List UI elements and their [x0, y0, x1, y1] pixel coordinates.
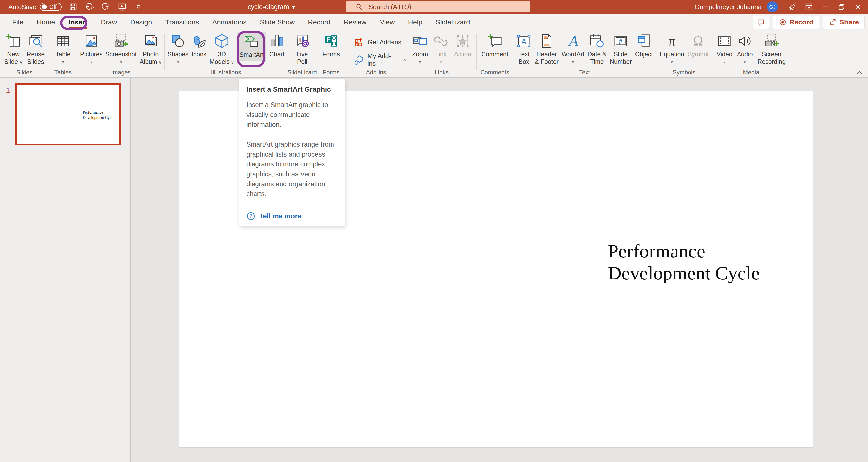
screen-recording-label: Screen Recording	[757, 51, 785, 65]
redo-button[interactable]	[101, 2, 111, 12]
live-poll-button[interactable]: Live Poll	[294, 32, 310, 65]
share-button[interactable]: Share	[823, 15, 865, 29]
tab-insert-label: Insert	[69, 18, 87, 26]
save-button[interactable]	[68, 2, 78, 12]
tab-slidelizard[interactable]: SlideLizard	[429, 14, 477, 30]
group-label-slides: Slides	[0, 69, 49, 76]
help-circle-icon: ?	[246, 212, 255, 221]
3d-models-label: 3D Models	[210, 51, 230, 65]
group-label-text: Text	[513, 69, 656, 76]
ribbon-display-options-button[interactable]	[801, 0, 817, 14]
tab-view[interactable]: View	[373, 14, 401, 30]
start-presentation-button[interactable]	[117, 2, 127, 12]
record-dot-icon	[779, 18, 786, 26]
audio-button[interactable]: Audio	[737, 32, 753, 64]
table-button[interactable]: Table	[56, 32, 71, 64]
chevron-down-icon	[404, 58, 407, 62]
autosave-toggle[interactable]: AutoSave Off	[8, 3, 62, 11]
chart-button[interactable]: Chart	[269, 32, 284, 58]
slide-number-button[interactable]: # Slide Number	[610, 32, 632, 65]
header-footer-button[interactable]: Header & Footer	[535, 32, 559, 65]
tab-review[interactable]: Review	[337, 14, 373, 30]
document-title[interactable]: cycle-diagram	[248, 0, 295, 14]
autosave-switch[interactable]: Off	[40, 3, 62, 11]
equation-button[interactable]: π Equation	[660, 32, 684, 64]
ribbon: New Slide Reuse Slides Slides Table Tabl…	[0, 30, 868, 78]
record-button[interactable]: Record	[773, 15, 819, 29]
action-icon	[455, 33, 470, 49]
group-label-addins: Add-ins	[345, 69, 407, 76]
undo-button[interactable]	[85, 2, 94, 12]
collapse-ribbon-button[interactable]	[856, 70, 863, 75]
smartart-label: SmartArt	[239, 51, 264, 59]
reuse-slides-button[interactable]: Reuse Slides	[27, 32, 44, 65]
icons-button[interactable]: Icons	[191, 32, 207, 58]
search-input[interactable]	[369, 3, 517, 11]
tab-design[interactable]: Design	[124, 14, 158, 30]
tabrow-actions: Record Share	[753, 15, 865, 29]
shapes-button[interactable]: Shapes	[167, 32, 189, 64]
tab-slide-show[interactable]: Slide Show	[253, 14, 301, 30]
equation-label: Equation	[660, 51, 684, 58]
audio-icon	[737, 33, 753, 49]
screen-recording-button[interactable]: Screen Recording	[757, 32, 785, 65]
smartart-button[interactable]: SmartArt	[237, 32, 267, 61]
group-tables: Table Tables	[49, 30, 77, 77]
photo-album-button[interactable]: Photo Album	[140, 32, 162, 65]
screenshot-button[interactable]: Screenshot	[105, 32, 137, 64]
tab-insert[interactable]: Insert	[62, 14, 94, 30]
tab-draw[interactable]: Draw	[94, 14, 124, 30]
tab-help[interactable]: Help	[401, 14, 429, 30]
wordart-label: WordArt	[562, 51, 584, 58]
date-time-icon	[589, 33, 604, 49]
slide-thumbnail-panel[interactable]: 1 Performance Development Cycle	[0, 78, 131, 462]
group-slides: New Slide Reuse Slides Slides	[0, 30, 49, 77]
text-box-button[interactable]: A Text Box	[516, 32, 531, 65]
wordart-icon: A	[565, 33, 581, 49]
video-button[interactable]: Video	[717, 32, 733, 64]
minimize-button[interactable]	[817, 0, 833, 14]
avatar[interactable]: GJ	[767, 1, 778, 12]
thumbnail-slide-preview: Performance Development Cycle	[18, 86, 118, 143]
comment-button[interactable]: Comment	[481, 32, 508, 58]
group-label-links: Links	[407, 69, 476, 76]
wordart-button[interactable]: A WordArt	[562, 32, 584, 64]
object-label: Object	[635, 51, 653, 58]
forms-button[interactable]: F Forms	[322, 32, 340, 58]
pictures-button[interactable]: Pictures	[80, 32, 102, 64]
3d-models-button[interactable]: 3D Models	[210, 32, 234, 65]
customize-qat-button[interactable]	[133, 2, 143, 12]
titlebar-right-cluster: Gumpelmeyer Johanna GJ	[695, 0, 866, 14]
icons-icon	[191, 33, 207, 49]
tab-record[interactable]: Record	[301, 14, 337, 30]
zoom-button[interactable]: Zoom	[412, 32, 428, 64]
smartart-icon	[244, 34, 259, 49]
coming-soon-button[interactable]	[784, 0, 801, 14]
tab-transitions[interactable]: Transitions	[159, 14, 206, 30]
toggle-knob-icon	[42, 4, 47, 9]
text-box-label: Text Box	[518, 51, 530, 65]
chevron-down-icon	[231, 60, 234, 65]
my-addins-button[interactable]: My Add-ins	[354, 52, 407, 68]
comments-button[interactable]	[753, 15, 769, 29]
chevron-down-icon	[723, 60, 726, 64]
svg-text:F: F	[327, 36, 330, 43]
slide-number-label: Slide Number	[610, 51, 632, 65]
restore-button[interactable]	[833, 0, 850, 14]
slide-thumbnail-1[interactable]: Performance Development Cycle	[15, 83, 121, 145]
slide-title-textbox[interactable]: Performance Development Cycle	[608, 240, 786, 284]
close-button[interactable]	[850, 0, 866, 14]
forms-icon: F	[323, 33, 339, 49]
tab-animations[interactable]: Animations	[206, 14, 253, 30]
group-label-forms: Forms	[317, 69, 345, 76]
tab-home[interactable]: Home	[30, 14, 62, 30]
get-addins-button[interactable]: Get Add-ins	[354, 37, 407, 47]
object-button[interactable]: Object	[635, 32, 653, 58]
date-time-button[interactable]: Date & Time	[588, 32, 606, 65]
new-slide-button[interactable]: New Slide	[4, 32, 23, 65]
search-bar[interactable]	[346, 1, 530, 12]
group-text: A Text Box Header & Footer A WordArt Dat…	[513, 30, 656, 77]
tab-file[interactable]: File	[5, 14, 30, 30]
group-label-symbols: Symbols	[656, 69, 712, 76]
tell-me-more-link[interactable]: ? Tell me more	[246, 212, 338, 221]
